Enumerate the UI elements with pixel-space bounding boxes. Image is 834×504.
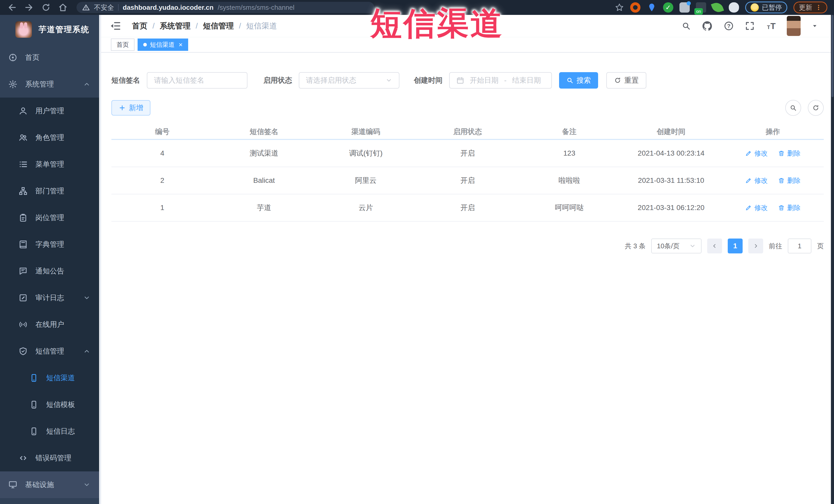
table-mini-tools [778, 100, 824, 116]
current-page-button[interactable]: 1 [728, 239, 743, 254]
font-size-icon[interactable] [766, 21, 776, 31]
sidebar-item-dept-management[interactable]: 部门管理 [0, 178, 101, 204]
fullscreen-icon[interactable] [745, 21, 755, 31]
dashboard-icon [8, 53, 18, 62]
sidebar-item-sms-management[interactable]: 短信管理 [0, 338, 101, 365]
sidebar-item-sms-log[interactable]: 短信日志 [0, 418, 101, 445]
sidebar-item-label: 首页 [25, 52, 40, 62]
page-size-select[interactable]: 10条/页 [651, 239, 702, 254]
chevron-left-icon [711, 243, 718, 249]
reset-button[interactable]: 重置 [606, 72, 646, 89]
sidebar-item-infrastructure[interactable]: 基础设施 [0, 472, 101, 498]
sidebar-item-online-users[interactable]: 在线用户 [0, 311, 101, 338]
search-form: 短信签名 启用状态 请选择启用状态 创建时间 开始日期 - 结束日期 搜索 重置 [111, 72, 824, 89]
delete-link[interactable]: 删除 [778, 203, 800, 212]
toggle-search-button[interactable] [785, 100, 801, 116]
page-content: 短信签名 启用状态 请选择启用状态 创建时间 开始日期 - 结束日期 搜索 重置 [101, 52, 834, 504]
sms-channel-table: 编号 短信签名 渠道编码 启用状态 备注 创建时间 操作 4 测试渠道 调试(钉… [111, 125, 824, 222]
breadcrumb-item[interactable]: 短信管理 [203, 21, 234, 31]
page-scrollbar[interactable] [831, 15, 834, 504]
edit-link[interactable]: 修改 [745, 149, 768, 158]
sidebar-item-home[interactable]: 首页 [0, 44, 101, 71]
tab-close-icon[interactable]: × [179, 41, 182, 48]
chevron-up-icon [83, 348, 90, 355]
column-header: 渠道编码 [315, 127, 417, 137]
goto-page-input[interactable] [788, 239, 811, 254]
extension-pin-icon[interactable] [646, 2, 657, 13]
table-row: 1 芋道 云片 开启 呵呵呵哒 2021-03-31 06:12:20 修改 删… [111, 194, 824, 222]
sidebar-item-label: 短信管理 [36, 346, 64, 356]
sidebar-item-post-management[interactable]: 岗位管理 [0, 204, 101, 231]
next-page-button[interactable] [748, 239, 763, 254]
refresh-table-button[interactable] [808, 100, 824, 116]
phone-icon [29, 400, 39, 409]
browser-menu-kebab-icon[interactable] [815, 3, 822, 12]
caret-down-icon[interactable] [811, 23, 818, 29]
browser-update-pill[interactable]: 更新 [793, 2, 827, 13]
sidebar-item-sms-template[interactable]: 短信模板 [0, 391, 101, 418]
sidebar-item-notice[interactable]: 通知公告 [0, 258, 101, 284]
extension-check-icon[interactable]: ✓ [663, 2, 673, 13]
breadcrumb-separator: / [196, 22, 198, 30]
edit-link[interactable]: 修改 [745, 203, 768, 212]
cell-operations: 修改 删除 [722, 203, 824, 212]
search-button[interactable]: 搜索 [559, 72, 598, 89]
sidebar-fold-icon[interactable] [110, 20, 121, 31]
pagination: 共 3 条 10条/页 1 前往 页 [111, 239, 824, 254]
pencil-icon [745, 177, 752, 184]
extension-on-badge-icon[interactable] [696, 2, 706, 13]
sidebar-item-label: 角色管理 [36, 133, 64, 143]
extension-grid-icon[interactable] [679, 2, 690, 13]
search-button-label: 搜索 [576, 75, 591, 85]
help-question-icon[interactable] [724, 21, 734, 31]
browser-home-icon[interactable] [58, 3, 68, 12]
tab-sms-channel[interactable]: 短信渠道 × [137, 39, 188, 51]
browser-back-icon[interactable] [7, 3, 17, 12]
bookmark-star-icon[interactable] [615, 3, 624, 12]
sidebar-scrollbar[interactable] [99, 15, 101, 504]
address-bar[interactable]: 不安全 dashboard.yudao.iocoder.cn/system/sm… [76, 2, 374, 13]
github-icon[interactable] [702, 20, 713, 31]
sidebar-item-menu-management[interactable]: 菜单管理 [0, 151, 101, 178]
chevron-down-icon [83, 294, 90, 302]
chevron-down-icon [386, 77, 392, 84]
browser-forward-icon[interactable] [24, 3, 34, 12]
sidebar-item-system-management[interactable]: 系统管理 [0, 71, 101, 97]
table-row: 2 Balicat 阿里云 开启 啦啦啦 2021-03-31 11:53:10… [111, 167, 824, 194]
sidebar-item-user-management[interactable]: 用户管理 [0, 97, 101, 124]
extension-sprout-icon[interactable] [711, 1, 724, 14]
browser-reload-icon[interactable] [41, 3, 51, 12]
breadcrumb-item[interactable]: 首页 [132, 21, 147, 31]
chevron-up-icon [83, 81, 90, 88]
tab-home[interactable]: 首页 [111, 39, 134, 51]
paused-extension-pill[interactable]: 已暂停 [745, 2, 787, 13]
extension-orange-ring-icon[interactable] [630, 2, 640, 13]
app-logo-area[interactable]: 芋道管理系统 [0, 15, 101, 44]
cell-created: 2021-04-13 00:23:14 [620, 149, 722, 157]
page-scrollbar-thumb[interactable] [831, 15, 833, 97]
date-range-picker[interactable]: 开始日期 - 结束日期 [449, 72, 552, 89]
status-select[interactable]: 请选择启用状态 [299, 72, 399, 89]
sidebar-item-error-code[interactable]: 错误码管理 [0, 445, 101, 472]
sidebar-item-label: 菜单管理 [36, 159, 64, 169]
sidebar-item-audit-log[interactable]: 审计日志 [0, 284, 101, 311]
edit-link[interactable]: 修改 [745, 176, 768, 185]
sidebar-item-dict-management[interactable]: 字典管理 [0, 231, 101, 258]
delete-link[interactable]: 删除 [778, 149, 800, 158]
url-path: /system/sms/sms-channel [218, 4, 294, 12]
search-icon[interactable] [682, 21, 691, 30]
cell-id: 1 [111, 204, 213, 212]
breadcrumb-item[interactable]: 系统管理 [160, 21, 191, 31]
infra-monitor-icon [8, 480, 18, 489]
delete-link[interactable]: 删除 [778, 176, 800, 185]
user-avatar[interactable] [787, 16, 800, 36]
add-button[interactable]: 新增 [111, 100, 150, 115]
sidebar-item-role-management[interactable]: 角色管理 [0, 124, 101, 151]
sidebar-item-label: 在线用户 [36, 320, 64, 329]
prev-page-button[interactable] [707, 239, 722, 254]
chevron-right-icon [753, 243, 759, 249]
tab-label: 首页 [116, 41, 129, 49]
sign-input[interactable] [147, 72, 247, 89]
sidebar-item-sms-channel[interactable]: 短信渠道 [0, 365, 101, 391]
extension-paw-icon[interactable] [729, 2, 739, 13]
